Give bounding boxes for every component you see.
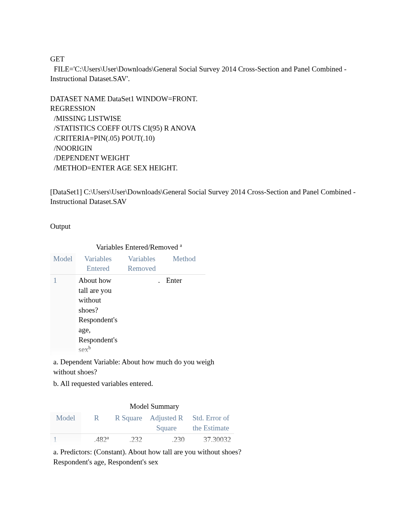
variables-entered-table-wrap: Variables Entered/Removed a Model Variab… [50,242,228,389]
cell-rsq: .232 [112,434,145,445]
col-model: Model [50,412,81,434]
col-rsq: R Square [112,412,145,434]
table-title: Variables Entered/Removed a [50,242,228,252]
footnote-b: b. All requested variables entered. [53,379,228,389]
footnote-a: a. Dependent Variable: About how much do… [53,357,228,377]
col-model: Model [50,253,76,275]
col-stderr: Std. Error of the Estimate [188,412,234,434]
cell-adjrsq: .230 [145,434,188,445]
table-title-sup: a [180,243,182,248]
cell-r-sup: a [107,435,109,440]
cell-entered: About how tall are you without shoes? Re… [76,274,121,355]
table-title: Model Summary [50,401,259,411]
cell-r-val: .482 [94,435,107,444]
col-r: R [81,412,112,434]
table-title-text: Variables Entered/Removed [96,243,178,251]
cell-r: .482a [81,434,112,445]
dataset-line: [DataSet1] C:\Users\User\Downloads\Gener… [50,187,360,207]
model-summary-table-wrap: Model Summary Model R R Square Adjusted … [50,401,259,467]
cell-stderr: 37.30032 [188,434,234,445]
col-entered: Variables Entered [76,253,121,275]
footnote-a: a. Predictors: (Constant). About how tal… [53,447,254,467]
col-method: Method [163,253,205,275]
variables-entered-table: Model Variables Entered Variables Remove… [50,253,205,356]
table-row: 1 About how tall are you without shoes? … [50,274,205,355]
model-summary-table: Model R R Square Adjusted R Square Std. … [50,412,234,445]
page: GET FILE='C:\Users\User\Downloads\Genera… [0,0,410,532]
cell-removed: . [120,274,163,355]
col-adjrsq: Adjusted R Square [145,412,188,434]
syntax-block: GET FILE='C:\Users\User\Downloads\Genera… [50,54,360,173]
table-row: 1 .482a .232 .230 37.30032 [50,434,234,445]
cell-model: 1 [50,274,76,355]
cell-method: Enter [163,274,205,355]
cell-model: 1 [50,434,81,445]
output-heading: Output [50,221,360,231]
col-removed: Variables Removed [120,253,163,275]
cell-entered-sup: b [88,345,91,350]
cell-entered-text: About how tall are you without shoes? Re… [79,276,118,354]
